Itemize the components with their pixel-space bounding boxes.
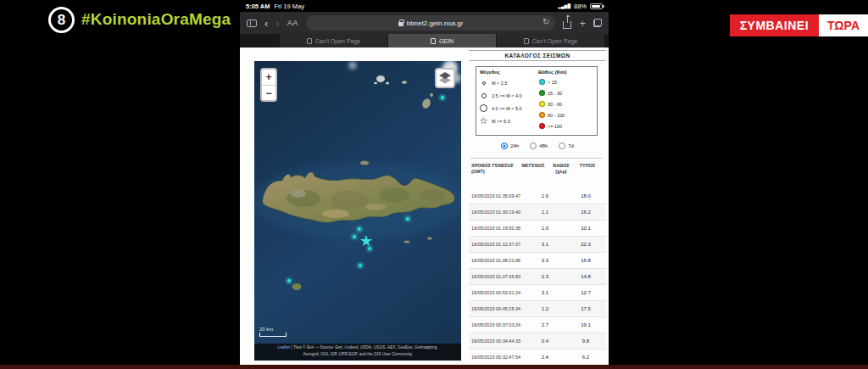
earthquake-marker[interactable] [367,246,372,251]
header-type: ΤΥΠΟΣ [574,163,601,169]
legend-depth-item: 30 - 60 [537,98,595,109]
depth-dot-icon [539,123,545,129]
earthquake-row[interactable]: 19/05/2023 01:19:50.35 1.0 10.1 [469,221,606,237]
breaking-now-badge: ΣΥΜΒΑΙΝΕΙ ΤΩΡΑ [730,14,868,36]
cell-depth: 14.8 [569,274,603,279]
safari-window: 5:05 AM Fri 19 May ▂▄▆█ 88% ‹ › AA bbnet… [240,0,609,369]
sidebar-icon[interactable] [247,20,257,27]
cell-origin-time: 19/05/2023 00:45:25.34 [469,306,521,311]
cell-origin-time: 19/05/2023 00:52:01.24 [469,290,521,295]
scale-control: 20 km [259,327,287,337]
layers-control[interactable] [435,68,455,88]
browser-tab[interactable]: Can't Open Page [280,34,387,48]
table-header-row: ΧΡΟΝΟΣ ΓΕΝΕΣΗΣ (GMT) ΜΕΓΕΘΟΣ ΒΑΘΟΣ (χλμ)… [469,163,606,176]
layers-icon [438,72,452,84]
attribution-line2: Aerogrid, IGN, IGP, UPR-EGP, and the GIS… [254,351,461,358]
filter-label: 24h [510,143,519,148]
cell-depth: 19.1 [569,322,603,327]
back-button[interactable]: ‹ [264,18,268,29]
earthquake-row[interactable]: 19/05/2023 01:07:26.83 2.3 14.8 [469,269,606,285]
seismicity-map[interactable]: + − 20 km Leaflet | Tiles © E [254,61,461,361]
reload-icon[interactable]: ↻ [542,17,549,26]
earthquake-marker[interactable] [352,234,357,239]
magnitude-symbol [478,104,489,112]
reader-button[interactable]: AA [287,19,298,27]
earthquake-row[interactable]: 19/05/2023 00:52:01.24 3.1 12.7 [469,285,606,301]
cell-depth: 18.0 [569,193,603,198]
time-filter-radio[interactable]: 48h [530,143,548,149]
earthquake-row[interactable]: 19/05/2023 01:12:37.07 3.1 22.3 [469,237,606,253]
legend-magnitude-item: ☆ M >= 5.0 [478,115,537,127]
tab-title: Can't Open Page [315,38,360,44]
earthquake-table: 19/05/2023 01:35:09.47 1.6 18.0 19/05/20… [469,188,606,369]
island-kasos [420,98,431,110]
address-bar[interactable]: bbnet2.gein.noa.gr ↻ [306,15,556,31]
depth-label: < 15 [548,80,557,85]
magnitude-circle-icon [482,81,486,85]
earthquake-row[interactable]: 19/05/2023 00:37:03.24 2.7 19.1 [469,317,606,333]
zoom-in-button[interactable]: + [262,70,275,85]
status-bar: 5:05 AM Fri 19 May ▂▄▆█ 88% [240,0,609,12]
new-tab-button[interactable]: + [579,18,586,29]
forward-button[interactable]: › [275,18,279,29]
cell-origin-time: 19/05/2023 01:30:19.40 [469,210,521,215]
browser-tab[interactable]: Can't Open Page [497,34,604,48]
cell-origin-time: 19/05/2023 01:12:37.07 [469,242,521,247]
earthquake-row[interactable]: 19/05/2023 01:08:21.96 3.3 15.8 [469,253,606,269]
earthquake-row[interactable]: 19/05/2023 00:32:47.54 2.4 6.2 [469,349,606,366]
cell-origin-time: 19/05/2023 01:35:09.47 [469,193,521,198]
webpage: + − 20 km Leaflet | Tiles © E [240,48,609,369]
tab-title: Can't Open Page [532,38,577,44]
battery-fill [592,5,600,8]
legend-depth-item: < 15 [537,76,595,87]
zoom-out-button[interactable]: − [262,85,275,100]
tabs-overview-icon[interactable] [593,19,602,27]
date: Fri 19 May [274,3,303,10]
share-icon[interactable] [563,21,571,29]
magnitude-symbol [478,93,489,98]
browser-tab[interactable]: GEIN [388,34,496,48]
depth-dot-icon [539,90,545,96]
time-filter-radio[interactable]: 7d [559,143,574,149]
filter-label: 7d [568,143,574,148]
legend-depth-item: >= 100 [537,120,595,131]
scale-label: 20 km [259,327,287,332]
breaking-label-right: ΤΩΡΑ [819,14,868,36]
cell-depth: 12.7 [569,290,603,295]
magnitude-label: 4.0 <= M < 5.0 [492,106,522,111]
earthquake-row[interactable]: 19/05/2023 00:45:25.34 1.2 17.5 [469,301,606,317]
catalog-title: ΚΑΤΑΛΟΓΟΣ ΣΕΙΣΜΩΝ [469,50,606,61]
time-filter-radio[interactable]: 24h [501,143,519,149]
browser-toolbar: ‹ › AA bbnet2.gein.noa.gr ↻ + [240,12,609,34]
magnitude-circle-icon [480,104,487,112]
earthquake-marker[interactable] [357,226,362,232]
page-icon [307,38,312,44]
legend-depth-column: Βάθος (Km) < 15 15 [537,70,595,132]
earthquake-marker[interactable] [358,263,363,268]
earthquake-row[interactable]: 19/05/2023 01:30:19.40 1.1 16.2 [469,204,606,221]
radio-icon [501,143,508,149]
earthquake-marker[interactable] [440,95,445,100]
battery-icon [590,3,603,9]
earthquake-marker[interactable] [287,278,292,283]
magnitude-label: M < 2.5 [492,81,508,86]
depth-label: >= 100 [548,124,562,129]
star-icon: ☆ [480,116,488,126]
cell-magnitude: 3.1 [521,242,569,247]
cell-origin-time: 19/05/2023 00:34:44.33 [469,338,521,344]
signal-icon: ▂▄▆█ [558,4,570,8]
tab-title: GEIN [439,38,453,44]
legend: Μέγεθος M < 2.5 [476,66,598,136]
magnitude-header: Μέγεθος [478,70,537,75]
cell-origin-time: 19/05/2023 01:07:26.83 [469,274,521,279]
island-gavdos [292,283,302,290]
earthquake-row[interactable]: 19/05/2023 00:34:44.33 0.4 9.8 [469,333,606,349]
leaflet-link[interactable]: Leaflet [277,345,289,349]
earthquake-row[interactable]: 19/05/2023 01:35:09.47 1.6 18.0 [469,188,606,204]
magnitude-label: M >= 5.0 [492,119,510,124]
earthquake-marker[interactable] [405,216,410,221]
island-chrysi [404,240,410,243]
header-magnitude: ΜΕΓΕΘΟΣ [518,163,548,169]
cell-depth: 6.2 [569,355,603,360]
page-icon [524,38,529,44]
